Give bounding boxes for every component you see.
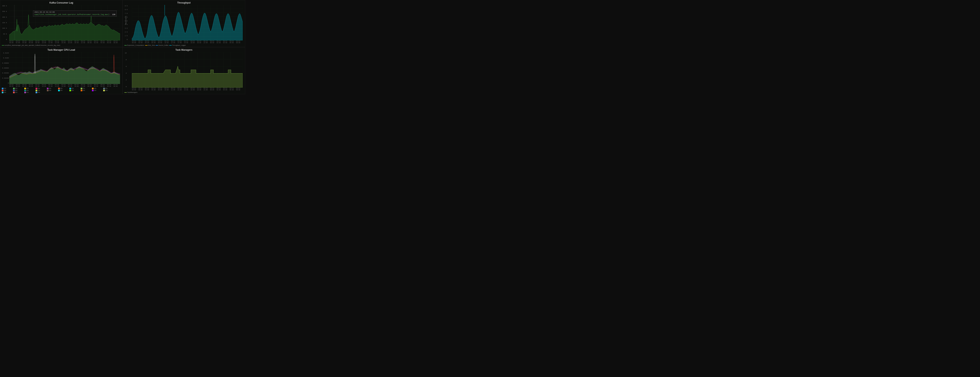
- taskmanagers-title: Task Managers: [124, 48, 243, 51]
- kafka-legend-label: sum(flink_taskmanager_job_task_operator_…: [5, 44, 60, 46]
- throughput-legend: Expensive_Computation Sink_Sink Source_K…: [124, 44, 243, 46]
- taskmanagers-panel: Task Managers 10 8 6 4 2 0: [123, 47, 245, 94]
- cpu-svg: [9, 52, 120, 84]
- throughput-legend-source: Source_Kafka: [158, 44, 168, 46]
- kafka-chart-area: 2021-03-23 01:32:00 sum(flink_taskmanage…: [2, 5, 121, 44]
- taskmanagers-y-labels: 10 8 6 4 2 0: [125, 52, 127, 88]
- kafka-panel: Kafka Consumer Lag 2021-03-23 01:32:00 s…: [0, 0, 123, 47]
- taskmanagers-legend-label: TaskManagers: [127, 91, 137, 93]
- cpu-legend-area: CPU CPU CPU CPU CPU CPU CPU CPU CPU CPU …: [2, 88, 121, 93]
- kafka-y-labels: 300 K 250 K 200 K 150 K 100 K 50 K 0: [2, 5, 7, 40]
- kafka-legend: sum(flink_taskmanager_job_task_operator_…: [2, 44, 121, 46]
- kafka-x-labels: 03/23 00:00 03/23 02:00 03/23 04:00 03/2…: [9, 40, 120, 43]
- kafka-title: Kafka Consumer Lag: [2, 2, 121, 4]
- throughput-svg: [132, 5, 243, 40]
- throughput-legend-expensive-color: [124, 45, 127, 46]
- throughput-title: Throughput: [124, 2, 243, 4]
- throughput-legend-expensive: Expensive_Computation: [127, 44, 144, 46]
- taskmanagers-chart-inner: 10 8 6 4 2 0: [132, 52, 243, 88]
- throughput-legend-source-color: [156, 45, 158, 46]
- throughput-x-labels: 03/23 00:00 03/23 02:00 03/23 04:00 03/2…: [132, 40, 243, 43]
- taskmanagers-x-labels: 03/23 00:00 03/23 02:00 03/23 04:00 03/2…: [132, 88, 243, 91]
- kafka-legend-color: [2, 45, 4, 46]
- cpu-chart-inner: 0.0120 0.0100 0.00800 0.00600 0.00400 0.…: [9, 52, 120, 84]
- cpu-panel: Task Manager CPU Load 0.0120 0.0100 0.00…: [0, 47, 123, 94]
- cpu-y-labels: 0.0120 0.0100 0.00800 0.00600 0.00400 0.…: [2, 52, 9, 84]
- cpu-x-labels: 03/23 00:00 03/23 02:00 03/23 04:00 03/2…: [9, 84, 120, 87]
- taskmanagers-legend-color: [124, 92, 127, 93]
- throughput-y-label: Records/s: [125, 16, 127, 24]
- cpu-title: Task Manager CPU Load: [2, 48, 121, 51]
- throughput-panel: Throughput 9 K 8 K 7 K 6 K 5 K 4 K 3 K 2…: [123, 0, 245, 47]
- taskmanagers-svg: [132, 52, 243, 88]
- cpu-chart-area: 0.0120 0.0100 0.00800 0.00600 0.00400 0.…: [2, 52, 121, 88]
- throughput-legend-logger: Throughput_Logger: [172, 44, 186, 46]
- throughput-legend-sink: Sink_Sink: [148, 44, 155, 46]
- throughput-chart-inner: 9 K 8 K 7 K 6 K 5 K 4 K 3 K 2 K 1 K 0 Re…: [132, 5, 243, 40]
- taskmanagers-chart-area: 10 8 6 4 2 0: [124, 52, 243, 91]
- throughput-chart-area: 9 K 8 K 7 K 6 K 5 K 4 K 3 K 2 K 1 K 0 Re…: [124, 5, 243, 44]
- kafka-svg: [9, 5, 120, 40]
- throughput-legend-sink-color: [145, 45, 148, 46]
- dashboard: Kafka Consumer Lag 2021-03-23 01:32:00 s…: [0, 0, 245, 94]
- kafka-chart-inner: 2021-03-23 01:32:00 sum(flink_taskmanage…: [9, 5, 120, 40]
- taskmanagers-legend: TaskManagers: [124, 91, 243, 93]
- throughput-legend-logger-color: [169, 45, 172, 46]
